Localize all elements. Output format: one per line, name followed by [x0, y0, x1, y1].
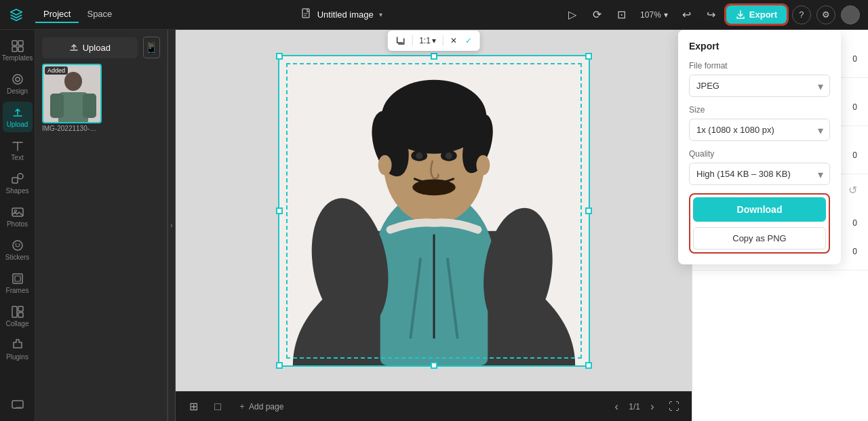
size-select[interactable]: 1x (1080 x 1080 px) 0.5x (540 x 540 px) … [689, 119, 830, 141]
sidebar-item-photos[interactable]: Photos [3, 201, 33, 232]
quality-label: Quality [689, 149, 830, 159]
sidebar-label-photos: Photos [7, 220, 28, 228]
chevron-down-icon[interactable]: ▾ [379, 11, 382, 18]
svg-rect-6 [18, 47, 23, 52]
export-button[interactable]: Export [726, 5, 787, 24]
handle-top-right[interactable] [585, 53, 592, 60]
play-button[interactable]: ▷ [563, 5, 582, 24]
svg-point-10 [18, 174, 23, 179]
help-button[interactable]: ? [792, 5, 811, 24]
sidebar-label-stickers: Stickers [5, 254, 30, 261]
sidebar-label-collage: Collage [6, 320, 29, 327]
image-thumbnail[interactable]: Added [42, 64, 102, 123]
canvas-bottom-bar: ⊞ □ ＋ Add page ‹ 1/1 › ⛶ [176, 391, 692, 421]
apply-crop-button[interactable]: ✓ [462, 33, 475, 48]
export-label: Export [749, 9, 777, 20]
next-page-button[interactable]: › [643, 397, 662, 416]
svg-point-8 [16, 77, 20, 81]
export-panel-title: Export [689, 41, 830, 52]
canvas-content[interactable]: 1:1 ▾ ✕ ✓ [176, 30, 692, 391]
collapse-handle[interactable]: ‹ [167, 30, 176, 421]
add-page-button[interactable]: ＋ Add page [233, 398, 289, 415]
handle-top-mid[interactable] [431, 53, 437, 60]
canvas-bottom-left: ⊞ □ ＋ Add page [184, 397, 289, 416]
topbar-center: Untitled image ▾ [301, 8, 382, 21]
sidebar-item-feedback[interactable] [3, 394, 33, 416]
svg-point-13 [13, 241, 22, 250]
svg-point-44 [445, 152, 452, 159]
crop-tool-button[interactable] [393, 33, 408, 48]
crop-icon [395, 36, 405, 45]
aspect-ratio-button[interactable]: 1:1 ▾ [416, 33, 439, 48]
added-badge: Added [45, 66, 68, 75]
handle-bottom-right[interactable] [585, 362, 592, 369]
sidebar-item-collage[interactable]: Collage [3, 301, 33, 332]
sidebar-item-frames[interactable]: Frames [3, 268, 33, 298]
tab-space[interactable]: Space [79, 6, 120, 23]
sidebar-item-stickers[interactable]: Stickers [3, 235, 33, 265]
details-refresh-icon[interactable]: ↺ [848, 184, 857, 197]
sidebar-item-design[interactable]: Design [3, 68, 33, 99]
sidebar-item-upload[interactable]: Upload [3, 102, 33, 132]
upload-btn-label: Upload [83, 43, 111, 53]
check-icon: ✓ [465, 36, 472, 45]
sidebar-item-templates[interactable]: Templates [3, 35, 33, 66]
history-button[interactable]: ⟳ [587, 5, 606, 24]
svg-rect-25 [50, 94, 64, 118]
file-format-label: File format [689, 61, 830, 71]
grid-view-button[interactable]: ⊞ [184, 397, 203, 416]
svg-rect-18 [12, 306, 17, 317]
download-button[interactable]: Download [693, 197, 826, 222]
prev-page-button[interactable]: ‹ [607, 397, 626, 416]
sidebar-label-text: Text [11, 154, 23, 161]
document-title[interactable]: Untitled image [317, 9, 374, 20]
handle-left-mid[interactable] [276, 207, 283, 214]
sidebar-label-plugins: Plugins [6, 353, 28, 361]
person-svg [279, 56, 589, 365]
redo-button[interactable]: ↪ [702, 5, 721, 24]
mobile-button[interactable]: 📱 [143, 37, 160, 58]
fullscreen-button[interactable]: ⛶ [665, 397, 684, 416]
sidebar-item-shapes[interactable]: Shapes [3, 168, 33, 199]
undo-button[interactable]: ↩ [677, 5, 696, 24]
sidebar-item-text[interactable]: Text [3, 135, 33, 165]
upload-header: Upload 📱 [42, 37, 160, 58]
aspect-ratio-label: 1:1 [419, 36, 431, 45]
user-avatar[interactable] [841, 5, 860, 24]
resize-button[interactable]: ⊡ [612, 5, 631, 24]
svg-point-45 [412, 179, 455, 195]
zoom-control[interactable]: 107% ▾ [636, 7, 672, 22]
tab-project[interactable]: Project [35, 6, 79, 23]
add-page-label: Add page [249, 402, 283, 412]
canvas-frame[interactable]: 1:1 ▾ ✕ ✓ [278, 55, 590, 367]
handle-bottom-mid[interactable] [431, 362, 437, 369]
sidebar-item-plugins[interactable]: Plugins [3, 334, 33, 365]
action-buttons-wrapper: Download Copy as PNG [689, 193, 830, 254]
svg-rect-26 [83, 94, 96, 118]
upload-panel: Upload 📱 Added IMG-202 [35, 30, 167, 421]
sidebar-label-templates: Templates [2, 54, 33, 62]
handle-bottom-left[interactable] [276, 362, 283, 369]
handle-right-mid[interactable] [585, 207, 592, 214]
logo-icon[interactable] [8, 7, 24, 23]
settings-button[interactable]: ⚙ [816, 5, 835, 24]
handle-top-left[interactable] [276, 53, 283, 60]
quality-select[interactable]: High (154 KB – 308 KB) Medium Low [689, 163, 830, 185]
sidebar-label-shapes: Shapes [6, 187, 29, 195]
close-icon: ✕ [450, 36, 457, 45]
export-icon [736, 10, 745, 20]
copy-png-button[interactable]: Copy as PNG [693, 227, 826, 249]
upload-button[interactable]: Upload [42, 37, 138, 58]
svg-rect-9 [12, 178, 18, 183]
notes-button[interactable]: □ [208, 397, 227, 416]
file-format-field: File format JPEG PNG SVG PDF [689, 61, 830, 97]
close-crop-button[interactable]: ✕ [448, 33, 460, 48]
export-panel: Export File format JPEG PNG SVG PDF Size… [678, 30, 841, 264]
upload-icon [11, 106, 24, 119]
svg-rect-21 [12, 401, 23, 408]
svg-rect-17 [15, 276, 20, 281]
svg-point-46 [378, 155, 391, 175]
svg-rect-5 [12, 47, 17, 52]
file-format-select[interactable]: JPEG PNG SVG PDF [689, 75, 830, 97]
size-label: Size [689, 105, 830, 115]
